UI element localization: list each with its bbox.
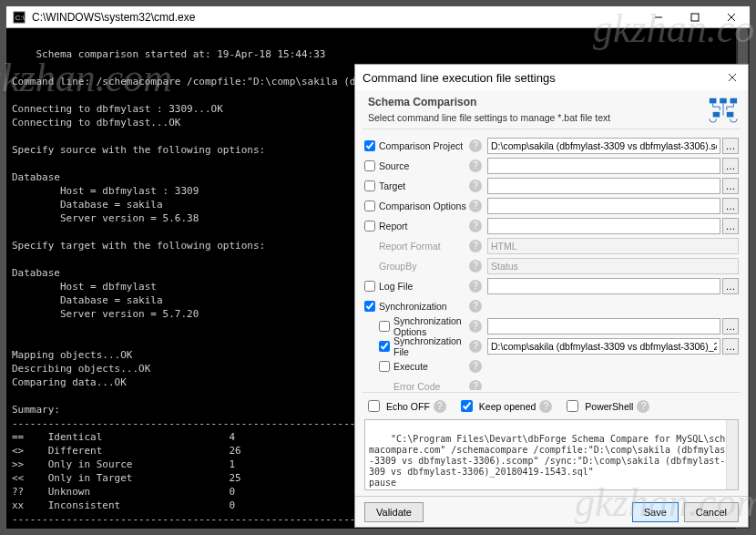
row-synchronization: Synchronization ?: [364, 296, 739, 315]
sync-checkbox[interactable]: [364, 301, 375, 312]
label: Source: [379, 160, 409, 171]
sync-options-input[interactable]: [487, 318, 720, 334]
dialog-subtext: Select command line file settings to man…: [368, 112, 610, 123]
svg-rect-11: [713, 112, 720, 118]
title-bar: C:\ C:\WINDOWS\system32\cmd.exe: [6, 6, 750, 28]
svg-rect-10: [730, 98, 738, 104]
label: Error Code: [393, 381, 440, 391]
label: Report Format: [379, 241, 441, 252]
log-file-checkbox[interactable]: [364, 281, 375, 292]
help-icon: ?: [469, 240, 482, 252]
target-input[interactable]: [487, 178, 720, 194]
report-checkbox[interactable]: [364, 221, 375, 231]
row-report: Report ? …: [364, 216, 739, 235]
help-icon[interactable]: ?: [539, 400, 552, 413]
browse-button[interactable]: …: [722, 318, 739, 334]
cancel-button[interactable]: Cancel: [684, 502, 739, 522]
row-target: Target ? …: [364, 176, 739, 195]
row-log-file: Log File ? …: [364, 276, 739, 295]
label: Comparison Project: [379, 140, 463, 151]
dialog-titlebar: Command line execution file settings: [355, 65, 748, 90]
help-icon[interactable]: ?: [469, 360, 482, 373]
help-icon[interactable]: ?: [469, 340, 482, 353]
cmd-icon: C:\: [6, 11, 32, 24]
browse-button[interactable]: …: [722, 138, 739, 154]
row-comparison-project: Comparison Project ? …: [364, 136, 739, 155]
label: Synchronization Options: [393, 315, 469, 337]
help-icon[interactable]: ?: [469, 200, 482, 212]
report-input[interactable]: [487, 218, 720, 234]
sync-file-checkbox[interactable]: [379, 341, 390, 352]
comparison-project-checkbox[interactable]: [364, 140, 375, 151]
row-comparison-options: Comparison Options ? …: [364, 196, 739, 215]
row-sync-options: Synchronization Options ? …: [364, 316, 739, 335]
save-button[interactable]: Save: [632, 502, 679, 522]
help-icon[interactable]: ?: [434, 400, 446, 413]
row-execute: Execute ?: [364, 356, 739, 376]
dialog-footer: Validate Save Cancel: [355, 496, 748, 527]
comparison-project-input[interactable]: [487, 138, 720, 154]
sync-options-checkbox[interactable]: [379, 321, 390, 332]
label: Comparison Options: [379, 201, 466, 211]
help-icon[interactable]: ?: [469, 320, 482, 333]
svg-rect-3: [691, 14, 699, 21]
close-button[interactable]: [713, 6, 750, 28]
dialog-subtitle: Schema Comparison: [368, 96, 610, 108]
command-text: "C:\Program Files\Devart\dbForge Schema …: [369, 434, 730, 488]
svg-rect-12: [727, 112, 734, 118]
sync-file-input[interactable]: [487, 338, 720, 355]
powershell-checkbox[interactable]: [567, 400, 578, 412]
echo-off-label: Echo OFF: [386, 401, 430, 412]
source-input[interactable]: [487, 158, 720, 174]
groupby-input: [487, 258, 739, 274]
target-checkbox[interactable]: [364, 180, 375, 191]
scrollbar-vertical[interactable]: [726, 420, 738, 489]
label: Execute: [393, 361, 428, 372]
help-icon[interactable]: ?: [469, 139, 482, 152]
svg-rect-9: [720, 98, 727, 104]
row-error-code: Error Code ?: [364, 376, 739, 390]
source-checkbox[interactable]: [364, 160, 375, 171]
command-preview[interactable]: "C:\Program Files\Devart\dbForge Schema …: [364, 419, 739, 490]
dialog-close-button[interactable]: [724, 69, 741, 86]
label: Log File: [379, 281, 413, 292]
help-icon[interactable]: ?: [469, 280, 482, 293]
divider: [363, 129, 741, 129]
browse-button[interactable]: …: [722, 338, 739, 355]
browse-button[interactable]: …: [722, 218, 739, 234]
row-source: Source ? …: [364, 156, 739, 175]
log-file-input[interactable]: [487, 278, 720, 294]
minimize-button[interactable]: [640, 6, 677, 28]
help-icon: ?: [469, 380, 482, 391]
label: Report: [379, 221, 408, 231]
help-icon[interactable]: ?: [469, 300, 482, 313]
settings-dialog: Command line execution file settings Sch…: [354, 64, 749, 528]
report-format-input: [487, 238, 739, 254]
help-icon[interactable]: ?: [469, 159, 482, 172]
help-icon[interactable]: ?: [469, 220, 482, 232]
comparison-options-input[interactable]: [487, 198, 720, 214]
browse-button[interactable]: …: [722, 178, 739, 194]
options-row: Echo OFF? Keep opened? PowerShell?: [355, 395, 748, 417]
browse-button[interactable]: …: [722, 158, 739, 174]
label: Target: [379, 180, 405, 191]
help-icon: ?: [469, 260, 482, 273]
svg-rect-8: [710, 98, 717, 104]
label: Synchronization File: [393, 335, 469, 357]
keep-opened-checkbox[interactable]: [461, 400, 473, 412]
comparison-options-checkbox[interactable]: [364, 201, 375, 211]
schema-compare-icon: [708, 96, 739, 125]
echo-off-checkbox[interactable]: [368, 400, 380, 412]
dialog-title: Command line execution file settings: [363, 71, 556, 85]
dialog-header: Schema Comparison Select command line fi…: [355, 90, 748, 127]
browse-button[interactable]: …: [722, 278, 739, 294]
help-icon[interactable]: ?: [637, 400, 649, 413]
maximize-button[interactable]: [677, 6, 713, 28]
label: GroupBy: [379, 261, 416, 272]
browse-button[interactable]: …: [722, 198, 739, 214]
divider: [363, 392, 741, 393]
help-icon[interactable]: ?: [469, 180, 482, 192]
row-groupby: GroupBy ?: [364, 256, 739, 275]
execute-checkbox[interactable]: [379, 361, 390, 372]
row-report-format: Report Format ?: [364, 236, 739, 255]
